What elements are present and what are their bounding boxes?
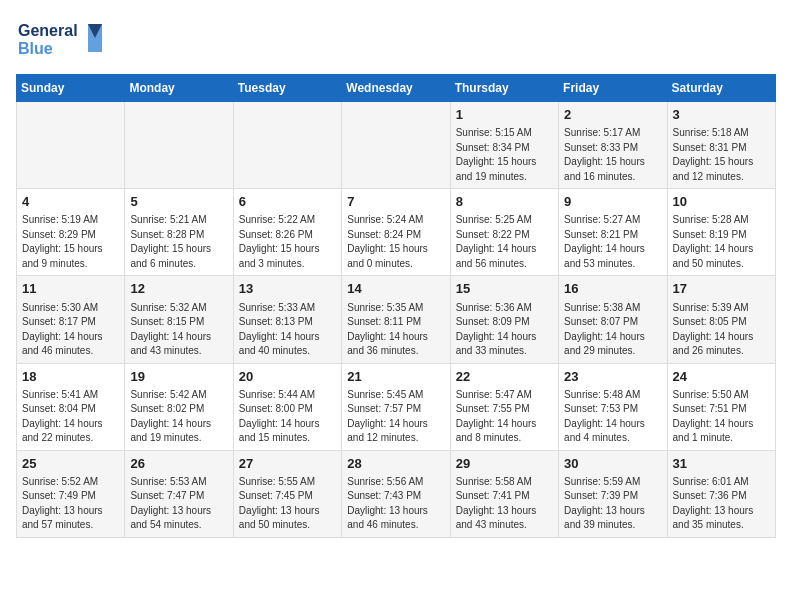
day-number: 23 [564,368,661,386]
day-info: Sunrise: 5:22 AM Sunset: 8:26 PM Dayligh… [239,213,336,271]
calendar-cell: 31Sunrise: 6:01 AM Sunset: 7:36 PM Dayli… [667,450,775,537]
day-number: 22 [456,368,553,386]
day-info: Sunrise: 5:27 AM Sunset: 8:21 PM Dayligh… [564,213,661,271]
day-info: Sunrise: 5:32 AM Sunset: 8:15 PM Dayligh… [130,301,227,359]
day-number: 29 [456,455,553,473]
calendar-cell: 22Sunrise: 5:47 AM Sunset: 7:55 PM Dayli… [450,363,558,450]
calendar-cell: 2Sunrise: 5:17 AM Sunset: 8:33 PM Daylig… [559,102,667,189]
day-number: 12 [130,280,227,298]
day-number: 20 [239,368,336,386]
day-info: Sunrise: 5:39 AM Sunset: 8:05 PM Dayligh… [673,301,770,359]
calendar-week-row: 18Sunrise: 5:41 AM Sunset: 8:04 PM Dayli… [17,363,776,450]
logo: General Blue [16,16,106,64]
calendar-week-row: 4Sunrise: 5:19 AM Sunset: 8:29 PM Daylig… [17,189,776,276]
calendar-cell: 18Sunrise: 5:41 AM Sunset: 8:04 PM Dayli… [17,363,125,450]
day-number: 16 [564,280,661,298]
calendar-cell: 8Sunrise: 5:25 AM Sunset: 8:22 PM Daylig… [450,189,558,276]
calendar-week-row: 11Sunrise: 5:30 AM Sunset: 8:17 PM Dayli… [17,276,776,363]
day-number: 5 [130,193,227,211]
day-number: 19 [130,368,227,386]
day-number: 14 [347,280,444,298]
calendar-cell: 4Sunrise: 5:19 AM Sunset: 8:29 PM Daylig… [17,189,125,276]
weekday-header-wednesday: Wednesday [342,75,450,102]
day-info: Sunrise: 5:38 AM Sunset: 8:07 PM Dayligh… [564,301,661,359]
calendar-cell [125,102,233,189]
calendar-week-row: 1Sunrise: 5:15 AM Sunset: 8:34 PM Daylig… [17,102,776,189]
day-number: 30 [564,455,661,473]
weekday-header-tuesday: Tuesday [233,75,341,102]
day-info: Sunrise: 5:21 AM Sunset: 8:28 PM Dayligh… [130,213,227,271]
day-info: Sunrise: 5:25 AM Sunset: 8:22 PM Dayligh… [456,213,553,271]
day-info: Sunrise: 5:30 AM Sunset: 8:17 PM Dayligh… [22,301,119,359]
day-info: Sunrise: 5:48 AM Sunset: 7:53 PM Dayligh… [564,388,661,446]
day-number: 8 [456,193,553,211]
calendar-cell [342,102,450,189]
calendar-cell: 29Sunrise: 5:58 AM Sunset: 7:41 PM Dayli… [450,450,558,537]
day-number: 11 [22,280,119,298]
day-info: Sunrise: 5:19 AM Sunset: 8:29 PM Dayligh… [22,213,119,271]
calendar-cell: 3Sunrise: 5:18 AM Sunset: 8:31 PM Daylig… [667,102,775,189]
day-number: 28 [347,455,444,473]
calendar-cell: 10Sunrise: 5:28 AM Sunset: 8:19 PM Dayli… [667,189,775,276]
day-info: Sunrise: 5:45 AM Sunset: 7:57 PM Dayligh… [347,388,444,446]
day-info: Sunrise: 5:44 AM Sunset: 8:00 PM Dayligh… [239,388,336,446]
day-info: Sunrise: 5:52 AM Sunset: 7:49 PM Dayligh… [22,475,119,533]
day-info: Sunrise: 5:53 AM Sunset: 7:47 PM Dayligh… [130,475,227,533]
calendar-cell: 26Sunrise: 5:53 AM Sunset: 7:47 PM Dayli… [125,450,233,537]
day-number: 10 [673,193,770,211]
weekday-header-row: SundayMondayTuesdayWednesdayThursdayFrid… [17,75,776,102]
calendar-cell: 19Sunrise: 5:42 AM Sunset: 8:02 PM Dayli… [125,363,233,450]
calendar-cell: 28Sunrise: 5:56 AM Sunset: 7:43 PM Dayli… [342,450,450,537]
calendar-cell: 17Sunrise: 5:39 AM Sunset: 8:05 PM Dayli… [667,276,775,363]
day-number: 6 [239,193,336,211]
day-number: 7 [347,193,444,211]
day-number: 21 [347,368,444,386]
calendar-cell: 21Sunrise: 5:45 AM Sunset: 7:57 PM Dayli… [342,363,450,450]
calendar-cell: 27Sunrise: 5:55 AM Sunset: 7:45 PM Dayli… [233,450,341,537]
day-info: Sunrise: 5:24 AM Sunset: 8:24 PM Dayligh… [347,213,444,271]
calendar-cell: 5Sunrise: 5:21 AM Sunset: 8:28 PM Daylig… [125,189,233,276]
day-number: 26 [130,455,227,473]
calendar-cell: 13Sunrise: 5:33 AM Sunset: 8:13 PM Dayli… [233,276,341,363]
day-number: 13 [239,280,336,298]
day-info: Sunrise: 5:55 AM Sunset: 7:45 PM Dayligh… [239,475,336,533]
calendar-cell: 12Sunrise: 5:32 AM Sunset: 8:15 PM Dayli… [125,276,233,363]
day-number: 18 [22,368,119,386]
day-info: Sunrise: 5:17 AM Sunset: 8:33 PM Dayligh… [564,126,661,184]
calendar-cell: 25Sunrise: 5:52 AM Sunset: 7:49 PM Dayli… [17,450,125,537]
weekday-header-saturday: Saturday [667,75,775,102]
day-number: 15 [456,280,553,298]
calendar-week-row: 25Sunrise: 5:52 AM Sunset: 7:49 PM Dayli… [17,450,776,537]
day-info: Sunrise: 6:01 AM Sunset: 7:36 PM Dayligh… [673,475,770,533]
day-number: 2 [564,106,661,124]
day-info: Sunrise: 5:56 AM Sunset: 7:43 PM Dayligh… [347,475,444,533]
weekday-header-thursday: Thursday [450,75,558,102]
calendar-cell: 15Sunrise: 5:36 AM Sunset: 8:09 PM Dayli… [450,276,558,363]
calendar-cell: 11Sunrise: 5:30 AM Sunset: 8:17 PM Dayli… [17,276,125,363]
day-info: Sunrise: 5:36 AM Sunset: 8:09 PM Dayligh… [456,301,553,359]
calendar-cell: 23Sunrise: 5:48 AM Sunset: 7:53 PM Dayli… [559,363,667,450]
day-number: 31 [673,455,770,473]
day-info: Sunrise: 5:41 AM Sunset: 8:04 PM Dayligh… [22,388,119,446]
day-number: 1 [456,106,553,124]
calendar-cell: 9Sunrise: 5:27 AM Sunset: 8:21 PM Daylig… [559,189,667,276]
day-info: Sunrise: 5:15 AM Sunset: 8:34 PM Dayligh… [456,126,553,184]
day-info: Sunrise: 5:59 AM Sunset: 7:39 PM Dayligh… [564,475,661,533]
day-info: Sunrise: 5:42 AM Sunset: 8:02 PM Dayligh… [130,388,227,446]
day-number: 24 [673,368,770,386]
day-number: 9 [564,193,661,211]
day-number: 4 [22,193,119,211]
calendar-cell: 20Sunrise: 5:44 AM Sunset: 8:00 PM Dayli… [233,363,341,450]
calendar-cell: 14Sunrise: 5:35 AM Sunset: 8:11 PM Dayli… [342,276,450,363]
calendar-cell: 1Sunrise: 5:15 AM Sunset: 8:34 PM Daylig… [450,102,558,189]
day-info: Sunrise: 5:58 AM Sunset: 7:41 PM Dayligh… [456,475,553,533]
day-number: 25 [22,455,119,473]
calendar-cell [17,102,125,189]
calendar-cell [233,102,341,189]
weekday-header-monday: Monday [125,75,233,102]
calendar-cell: 16Sunrise: 5:38 AM Sunset: 8:07 PM Dayli… [559,276,667,363]
day-number: 17 [673,280,770,298]
header-area: General Blue [16,16,776,64]
day-info: Sunrise: 5:47 AM Sunset: 7:55 PM Dayligh… [456,388,553,446]
svg-text:Blue: Blue [18,40,53,57]
